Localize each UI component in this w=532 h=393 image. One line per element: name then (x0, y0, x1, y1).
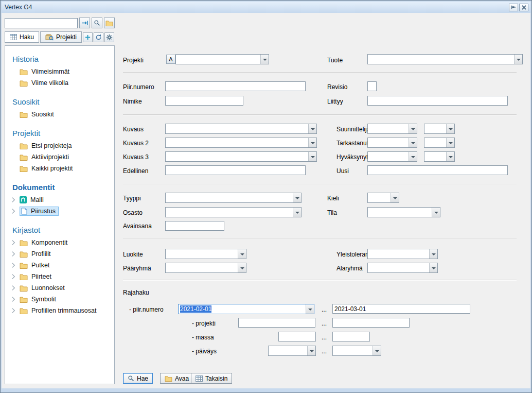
chevron-right-icon[interactable] (12, 296, 16, 302)
range-massa-to-input[interactable] (332, 332, 370, 341)
tuote-combobox[interactable] (367, 54, 523, 64)
folder-icon (20, 165, 28, 172)
settings-button[interactable] (104, 32, 114, 42)
sidebar-item-piirustus[interactable]: Piirustus (5, 206, 114, 217)
kuvaus-combobox[interactable] (165, 124, 317, 134)
sidebar-item-viimeisimmat[interactable]: Viimeisimmät (5, 66, 114, 77)
hae-button[interactable]: Hae (123, 373, 153, 384)
sidebar-item-etsi-projekteja[interactable]: Etsi projekteja (5, 140, 114, 151)
tila-combobox[interactable] (367, 207, 440, 217)
tarkastanut-combobox[interactable] (367, 138, 417, 148)
range-piirnumero-from-combobox[interactable]: 2021-02-01 (178, 304, 314, 314)
uusi-input[interactable] (367, 165, 508, 175)
sidebar-item-profiilit[interactable]: Profiilit (5, 248, 114, 260)
chevron-down-icon (308, 138, 316, 147)
paaryhma-combobox[interactable] (165, 263, 246, 273)
sidebar-item-luonnokset[interactable]: Luonnokset (5, 282, 114, 294)
open-folder-button[interactable] (104, 18, 115, 28)
search-input[interactable] (5, 18, 78, 28)
projekti-combobox[interactable] (175, 54, 269, 64)
sidebar-item-putket[interactable]: Putket (5, 260, 114, 271)
folder-icon (20, 274, 28, 280)
chevron-right-icon[interactable] (12, 251, 16, 257)
sidebar-item-suosikit[interactable]: Suosikit (5, 109, 114, 120)
chevron-right-icon[interactable] (12, 240, 16, 246)
tab-projekti[interactable]: Projekti (40, 31, 82, 43)
sidebar-item-komponentit[interactable]: Komponentit (5, 237, 114, 248)
kieli-combobox[interactable] (367, 193, 399, 203)
chevron-right-icon[interactable] (12, 262, 16, 268)
chevron-down-icon (409, 152, 417, 161)
hyvaksynyt-combobox[interactable] (367, 151, 417, 162)
yleistoleranssi-combobox[interactable] (367, 249, 438, 259)
osasto-label: Osasto (123, 209, 143, 216)
range-piirnumero-to-input[interactable] (332, 304, 470, 314)
range-separator: ... (322, 320, 327, 327)
kuvaus2-combobox[interactable] (165, 138, 317, 148)
chevron-down-icon (293, 193, 301, 202)
suunnittelija-combobox-2[interactable] (424, 124, 455, 134)
chevron-right-icon[interactable] (12, 208, 16, 214)
add-tab-button[interactable] (83, 32, 93, 42)
revisio-label: Revisio (327, 83, 347, 91)
separator (123, 238, 517, 239)
gear-icon (106, 34, 113, 41)
search-icon (94, 20, 100, 26)
kuvaus3-combobox[interactable] (165, 151, 317, 162)
pin-button[interactable] (509, 4, 518, 11)
range-projekti-from-input[interactable] (238, 318, 315, 328)
sidebar-item-label: Viimeisimmät (31, 68, 69, 75)
range-piirnumero-label: - piir.numero (129, 306, 164, 313)
sidebar-item-aktiiviprojekti[interactable]: Aktiiviprojekti (5, 151, 114, 163)
range-massa-from-input[interactable] (278, 332, 316, 341)
edellinen-input[interactable] (165, 165, 306, 175)
sidebar-section-dokumentit: Dokumentit (12, 183, 114, 192)
chevron-down-icon (446, 124, 454, 133)
osasto-combobox[interactable] (165, 207, 302, 217)
piir-numero-input[interactable] (165, 81, 306, 91)
chevron-down-icon (308, 152, 316, 161)
chevron-down-icon (306, 304, 314, 314)
refresh-button[interactable] (94, 32, 103, 42)
sidebar-item-label: Komponentit (31, 239, 67, 246)
alaryhma-combobox[interactable] (367, 263, 438, 273)
sidebar-item-viime-viikolla[interactable]: Viime viikolla (5, 77, 114, 89)
chevron-right-icon[interactable] (12, 274, 16, 280)
range-paivays-from-combobox[interactable] (268, 346, 316, 356)
sidebar-item-piirteet[interactable]: Piirteet (5, 271, 114, 282)
range-projekti-to-input[interactable] (332, 318, 410, 328)
sidebar-item-label: Profiilien trimmausosat (31, 307, 96, 314)
tarkastanut-combobox-2[interactable] (424, 138, 455, 148)
tab-haku[interactable]: Haku (5, 31, 39, 43)
nimike-input[interactable] (165, 96, 243, 106)
sidebar-item-kaikki-projektit[interactable]: Kaikki projektit (5, 163, 114, 174)
chevron-down-icon (373, 346, 381, 355)
close-button[interactable] (519, 4, 528, 11)
range-paivays-to-combobox[interactable] (332, 346, 381, 356)
folder-icon (165, 375, 172, 382)
tyyppi-label: Tyyppi (123, 195, 141, 202)
avaa-button[interactable]: Avaa (160, 373, 193, 384)
revisio-input[interactable] (367, 81, 377, 91)
liittyy-input[interactable] (367, 96, 508, 106)
suunnittelija-combobox[interactable] (367, 124, 417, 134)
projekti-a-button[interactable]: A (166, 55, 175, 64)
edellinen-label: Edellinen (123, 167, 148, 175)
sidebar-item-symbolit[interactable]: Symbolit (5, 294, 114, 305)
tyyppi-combobox[interactable] (165, 193, 302, 203)
enter-arrow-icon (81, 20, 88, 26)
chevron-right-icon[interactable] (12, 307, 16, 314)
search-button[interactable] (92, 18, 102, 28)
luokite-combobox[interactable] (165, 249, 246, 259)
separator (123, 72, 517, 73)
sidebar-item-malli[interactable]: Malli (5, 194, 114, 206)
sidebar-item-profiilien-trimmausosat[interactable]: Profiilien trimmausosat (5, 305, 114, 316)
chevron-right-icon[interactable] (12, 285, 16, 291)
chevron-right-icon[interactable] (12, 197, 16, 203)
go-button[interactable] (79, 18, 90, 28)
folder-icon (20, 307, 28, 314)
avainsana-input[interactable] (165, 221, 224, 231)
takaisin-button[interactable]: Takaisin (191, 373, 232, 384)
refresh-icon (95, 34, 102, 41)
hyvaksynyt-combobox-2[interactable] (424, 151, 455, 162)
